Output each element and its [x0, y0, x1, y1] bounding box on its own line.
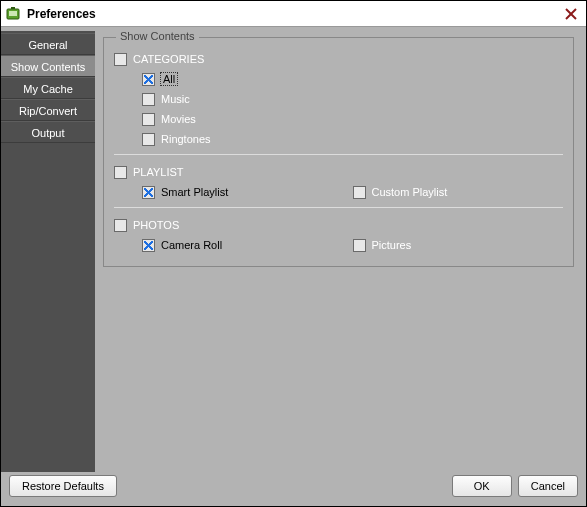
tab-rip-convert[interactable]: Rip/Convert — [1, 99, 95, 121]
all-checkbox[interactable] — [142, 73, 155, 86]
app-icon — [5, 6, 21, 22]
cancel-button[interactable]: Cancel — [518, 475, 578, 497]
camera-roll-checkbox[interactable] — [142, 239, 155, 252]
preferences-window: Preferences General Show Contents My Cac… — [0, 0, 587, 507]
music-checkbox[interactable] — [142, 93, 155, 106]
camera-roll-label: Camera Roll — [161, 239, 222, 251]
categories-header-row: CATEGORIES — [114, 50, 563, 68]
smart-playlist-label: Smart Playlist — [161, 186, 228, 198]
playlist-checkbox[interactable] — [114, 166, 127, 179]
smart-playlist-checkbox[interactable] — [142, 186, 155, 199]
custom-playlist-label: Custom Playlist — [372, 186, 448, 198]
movies-checkbox[interactable] — [142, 113, 155, 126]
svg-rect-2 — [11, 7, 15, 9]
categories-label: CATEGORIES — [133, 53, 204, 65]
ringtones-label: Ringtones — [161, 133, 211, 145]
svg-rect-1 — [9, 11, 17, 16]
photos-label: PHOTOS — [133, 219, 179, 231]
group-title: Show Contents — [116, 31, 199, 42]
window-title: Preferences — [27, 7, 562, 21]
tab-output[interactable]: Output — [1, 121, 95, 143]
photos-header-row: PHOTOS — [114, 216, 563, 234]
ringtones-checkbox[interactable] — [142, 133, 155, 146]
music-label: Music — [161, 93, 190, 105]
photos-checkbox[interactable] — [114, 219, 127, 232]
restore-defaults-button[interactable]: Restore Defaults — [9, 475, 117, 497]
divider-2 — [114, 207, 563, 208]
playlist-label: PLAYLIST — [133, 166, 184, 178]
categories-checkbox[interactable] — [114, 53, 127, 66]
ok-button[interactable]: OK — [452, 475, 512, 497]
playlist-options-row: Smart Playlist Custom Playlist — [114, 183, 563, 201]
custom-playlist-checkbox[interactable] — [353, 186, 366, 199]
pictures-checkbox[interactable] — [353, 239, 366, 252]
pictures-label: Pictures — [372, 239, 412, 251]
dialog-body: General Show Contents My Cache Rip/Conve… — [1, 27, 586, 472]
titlebar: Preferences — [1, 1, 586, 27]
ringtones-row: Ringtones — [114, 130, 563, 148]
close-icon[interactable] — [562, 5, 580, 23]
sidebar: General Show Contents My Cache Rip/Conve… — [1, 31, 95, 472]
photos-options-row: Camera Roll Pictures — [114, 236, 563, 254]
tab-general[interactable]: General — [1, 33, 95, 55]
footer: Restore Defaults OK Cancel — [1, 472, 586, 506]
all-label: All — [161, 73, 177, 85]
movies-row: Movies — [114, 110, 563, 128]
tab-my-cache[interactable]: My Cache — [1, 77, 95, 99]
tab-show-contents[interactable]: Show Contents — [1, 55, 95, 77]
playlist-header-row: PLAYLIST — [114, 163, 563, 181]
divider-1 — [114, 154, 563, 155]
music-row: Music — [114, 90, 563, 108]
show-contents-group: Show Contents CATEGORIES All Music Movie… — [103, 37, 574, 267]
all-row: All — [114, 70, 563, 88]
movies-label: Movies — [161, 113, 196, 125]
content-panel: Show Contents CATEGORIES All Music Movie… — [95, 31, 582, 472]
